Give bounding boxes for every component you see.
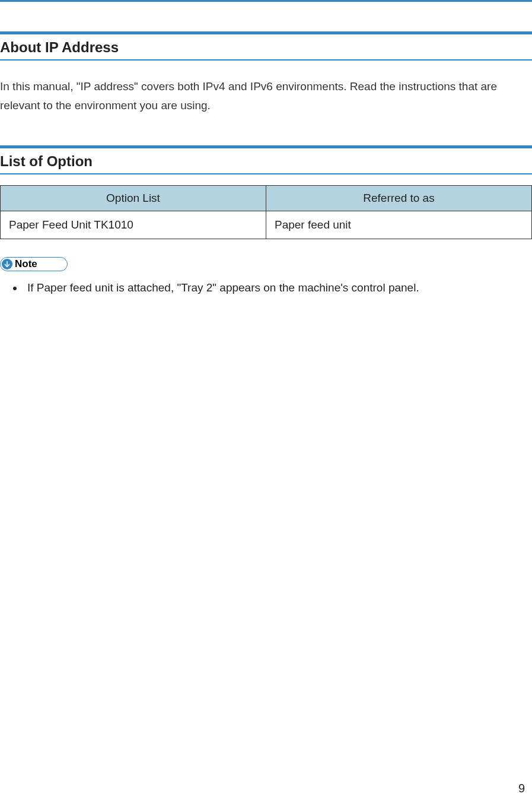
note-badge: Note bbox=[0, 257, 68, 271]
section-list-of-option: List of Option bbox=[0, 145, 532, 174]
table-header-row: Option List Referred to as bbox=[1, 185, 532, 211]
heading-list-of-option: List of Option bbox=[0, 153, 532, 170]
table-header-option-list: Option List bbox=[1, 185, 266, 211]
table-header-referred-to-as: Referred to as bbox=[266, 185, 532, 211]
page-number: 9 bbox=[518, 782, 525, 795]
table-row: Paper Feed Unit TK1010 Paper feed unit bbox=[1, 211, 532, 239]
rule-thin bbox=[0, 59, 532, 61]
option-table: Option List Referred to as Paper Feed Un… bbox=[0, 185, 532, 239]
rule-thick bbox=[0, 31, 532, 34]
table-cell-option: Paper Feed Unit TK1010 bbox=[1, 211, 266, 239]
down-arrow-icon bbox=[2, 259, 12, 269]
section-about-ip: About IP Address bbox=[0, 31, 532, 61]
note-item: If Paper feed unit is attached, "Tray 2"… bbox=[24, 278, 532, 297]
note-list: If Paper feed unit is attached, "Tray 2"… bbox=[24, 278, 532, 297]
rule-thin bbox=[0, 173, 532, 174]
heading-about-ip: About IP Address bbox=[0, 39, 532, 56]
paragraph-ip-body: In this manual, "IP address" covers both… bbox=[0, 77, 522, 116]
note-label: Note bbox=[15, 258, 37, 270]
rule-thick bbox=[0, 145, 532, 148]
page-top-rule bbox=[0, 0, 532, 2]
table-cell-referred: Paper feed unit bbox=[266, 211, 532, 239]
